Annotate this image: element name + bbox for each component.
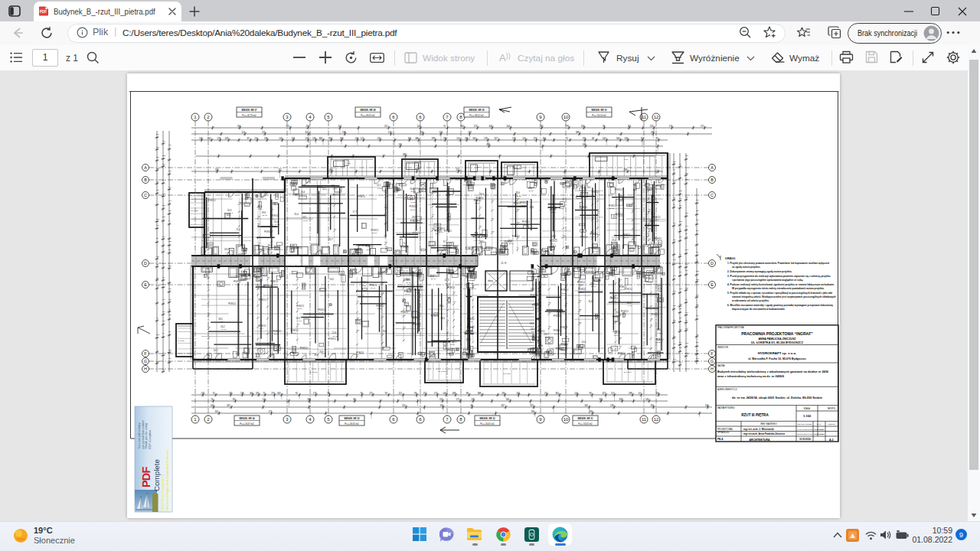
svg-text:362: 362: [685, 172, 689, 174]
svg-text:24,65: 24,65: [554, 333, 560, 335]
svg-text:271: 271: [696, 230, 700, 231]
svg-text:12,1: 12,1: [377, 184, 381, 187]
svg-text:29,57: 29,57: [529, 190, 534, 192]
svg-text:9,2: 9,2: [256, 284, 260, 287]
svg-text:347: 347: [227, 404, 230, 407]
svg-text:28,4: 28,4: [440, 317, 445, 320]
svg-text:196: 196: [264, 137, 268, 140]
svg-text:172: 172: [685, 342, 689, 344]
svg-text:POKÓJ: POKÓJ: [273, 329, 281, 333]
svg-text:214: 214: [679, 341, 683, 343]
svg-text:D: D: [144, 261, 147, 266]
svg-text:20,15: 20,15: [355, 251, 361, 253]
svg-text:POKÓJ: POKÓJ: [578, 287, 586, 291]
svg-text:327: 327: [495, 137, 498, 140]
svg-text:DATA: DATA: [817, 423, 822, 425]
svg-text:327: 327: [603, 392, 606, 395]
svg-text:GP/KZ-7210/144/89: GP/KZ-7210/144/89: [797, 433, 813, 435]
svg-text:29,07: 29,07: [303, 220, 309, 222]
svg-text:372: 372: [534, 137, 537, 140]
svg-text:14,5: 14,5: [330, 278, 335, 281]
svg-text:POKÓJ: POKÓJ: [259, 298, 266, 302]
svg-text:23,5: 23,5: [478, 236, 482, 239]
svg-text:262: 262: [356, 329, 359, 331]
svg-text:220: 220: [696, 304, 700, 305]
svg-text:23,8: 23,8: [319, 350, 324, 354]
svg-text:21,33: 21,33: [446, 282, 451, 285]
svg-text:PB-A: PB-A: [717, 438, 724, 441]
svg-text:25,3: 25,3: [227, 209, 232, 212]
svg-text:384: 384: [156, 277, 160, 279]
svg-text:176: 176: [398, 143, 402, 146]
svg-text:11,26: 11,26: [593, 280, 598, 282]
svg-text:331: 331: [408, 137, 412, 140]
svg-text:Pu = 53,82 m2: Pu = 53,82 m2: [578, 422, 593, 425]
svg-text:12,9: 12,9: [240, 202, 245, 205]
svg-text:24,0: 24,0: [531, 328, 535, 331]
svg-text:16,68: 16,68: [619, 218, 625, 220]
svg-text:66: 66: [592, 217, 594, 218]
svg-text:MIESZK. NR 29: MIESZK. NR 29: [469, 109, 484, 112]
svg-text:86: 86: [679, 262, 681, 264]
svg-text:99: 99: [679, 228, 681, 230]
svg-text:POKÓJ: POKÓJ: [354, 247, 362, 251]
svg-text:18,5: 18,5: [218, 318, 223, 321]
svg-text:6,03: 6,03: [624, 158, 628, 161]
svg-text:11,28: 11,28: [361, 285, 367, 287]
svg-text:POKÓJ: POKÓJ: [410, 204, 417, 208]
svg-text:Budynek mieszkalny wielorodzin: Budynek mieszkalny wielorodzinny z wbudo…: [717, 370, 828, 373]
svg-text:8,07: 8,07: [657, 332, 661, 334]
svg-text:20,98: 20,98: [611, 300, 616, 302]
svg-text:88: 88: [685, 298, 688, 300]
svg-text:POKÓJ: POKÓJ: [358, 194, 365, 198]
svg-text:275: 275: [168, 265, 172, 266]
svg-text:246: 246: [685, 225, 689, 227]
svg-text:257: 257: [384, 241, 387, 243]
svg-text:Pu = 45,76 m2: Pu = 45,76 m2: [242, 114, 256, 117]
svg-text:UAN-KZ-7210/90/89: UAN-KZ-7210/90/89: [797, 429, 814, 430]
svg-text:315: 315: [439, 398, 443, 401]
svg-text:E: E: [144, 282, 147, 287]
svg-text:281: 281: [501, 392, 505, 395]
svg-text:218: 218: [615, 320, 618, 321]
svg-text:59: 59: [648, 208, 651, 210]
svg-text:21,28: 21,28: [274, 333, 279, 335]
svg-text:151: 151: [544, 392, 548, 395]
svg-text:251: 251: [685, 196, 689, 197]
svg-text:291: 291: [583, 137, 586, 140]
svg-text:12,26: 12,26: [367, 249, 372, 251]
svg-text:POKÓJ: POKÓJ: [554, 328, 561, 332]
svg-text:178: 178: [484, 137, 488, 140]
svg-text:119: 119: [168, 249, 172, 250]
svg-text:17,7: 17,7: [353, 210, 358, 214]
svg-text:90: 90: [156, 317, 158, 318]
svg-text:104: 104: [619, 321, 622, 323]
svg-text:220: 220: [402, 404, 406, 407]
svg-text:105: 105: [522, 137, 526, 140]
svg-text:20,51: 20,51: [545, 336, 550, 338]
svg-text:24,77: 24,77: [646, 227, 652, 230]
svg-text:POKÓJ: POKÓJ: [444, 229, 452, 233]
svg-text:167: 167: [162, 140, 166, 142]
svg-text:142: 142: [156, 285, 160, 286]
svg-text:19,21: 19,21: [377, 308, 383, 310]
svg-text:170: 170: [434, 392, 438, 395]
svg-text:108: 108: [354, 137, 358, 140]
svg-text:17,61: 17,61: [521, 204, 526, 207]
svg-text:14,10: 14,10: [297, 320, 302, 322]
svg-text:184: 184: [685, 328, 689, 329]
svg-text:228: 228: [156, 218, 160, 220]
svg-text:351: 351: [215, 410, 219, 413]
svg-text:mgr inż.arch. Anna Pawlicka-Zn: mgr inż.arch. Anna Pawlicka-Zniczusz: [743, 432, 786, 435]
svg-text:117: 117: [611, 392, 615, 395]
svg-text:POKÓJ: POKÓJ: [654, 236, 662, 240]
svg-text:23,0: 23,0: [612, 239, 616, 242]
svg-text:POKÓJ: POKÓJ: [410, 219, 418, 223]
svg-text:259: 259: [679, 308, 683, 309]
svg-text:ANNA PAWLICKA-ZNICZUSZ: ANNA PAWLICKA-ZNICZUSZ: [758, 337, 796, 341]
svg-text:298: 298: [629, 392, 632, 395]
svg-text:POKÓJ: POKÓJ: [651, 312, 658, 316]
svg-text:11: 11: [642, 417, 647, 422]
svg-text:324: 324: [679, 236, 683, 237]
svg-text:186: 186: [168, 288, 172, 289]
